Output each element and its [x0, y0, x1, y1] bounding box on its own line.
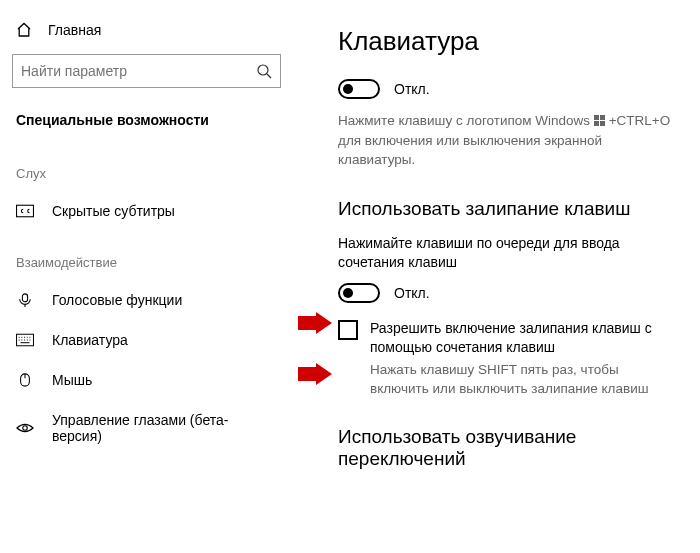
sidebar: Главная Специальные возможности Слух Скр…	[0, 0, 298, 553]
onscreen-keyboard-toggle[interactable]	[338, 79, 380, 99]
annotation-arrow-icon	[298, 363, 332, 385]
sticky-keys-shortcut-label: Разрешить включение залипания клавиш с п…	[370, 319, 680, 357]
home-icon	[16, 22, 32, 38]
group-interaction: Взаимодействие	[12, 231, 281, 280]
home-label: Главная	[48, 22, 101, 38]
svg-rect-6	[594, 115, 599, 120]
microphone-icon	[16, 293, 34, 307]
svg-point-0	[258, 65, 268, 75]
windows-logo-icon	[594, 115, 605, 126]
section-title: Специальные возможности	[12, 106, 281, 142]
svg-rect-9	[600, 121, 605, 126]
eye-icon	[16, 421, 34, 435]
sticky-keys-shortcut-sub: Нажать клавишу SHIFT пять раз, чтобы вкл…	[370, 361, 680, 399]
search-input[interactable]	[21, 63, 256, 79]
search-box[interactable]	[12, 54, 281, 88]
sticky-keys-shortcut-checkbox[interactable]	[338, 320, 358, 340]
svg-point-5	[23, 426, 28, 431]
cc-icon	[16, 204, 34, 218]
sidebar-item-eye-control[interactable]: Управление глазами (бета-версия)	[12, 400, 281, 456]
nav-label: Мышь	[52, 372, 92, 388]
svg-rect-2	[22, 294, 27, 302]
sticky-keys-desc: Нажимайте клавиши по очереди для ввода с…	[338, 234, 680, 273]
sidebar-item-keyboard[interactable]: Клавиатура	[12, 320, 281, 360]
sidebar-item-mouse[interactable]: Мышь	[12, 360, 281, 400]
svg-rect-8	[594, 121, 599, 126]
svg-marker-10	[298, 312, 332, 334]
svg-rect-1	[17, 205, 34, 217]
page-title: Клавиатура	[338, 26, 680, 57]
sidebar-item-voice[interactable]: Голосовые функции	[12, 280, 281, 320]
main-content: Клавиатура Откл. Нажмите клавишу с логот…	[298, 0, 700, 553]
home-link[interactable]: Главная	[12, 14, 281, 50]
toggle-state-label: Откл.	[394, 285, 430, 301]
search-icon	[256, 63, 272, 79]
nav-label: Клавиатура	[52, 332, 128, 348]
sticky-keys-heading: Использовать залипание клавиш	[338, 198, 680, 220]
keyboard-icon	[16, 333, 34, 347]
group-hearing: Слух	[12, 142, 281, 191]
nav-label: Скрытые субтитры	[52, 203, 175, 219]
nav-label: Голосовые функции	[52, 292, 182, 308]
svg-marker-11	[298, 363, 332, 385]
toggle-keys-heading: Использовать озвучивание переключений	[338, 426, 680, 470]
svg-rect-7	[600, 115, 605, 120]
sticky-keys-toggle[interactable]	[338, 283, 380, 303]
onscreen-keyboard-desc: Нажмите клавишу с логотипом Windows +CTR…	[338, 111, 680, 170]
nav-label: Управление глазами (бета-версия)	[52, 412, 277, 444]
annotation-arrow-icon	[298, 312, 332, 334]
sidebar-item-subtitles[interactable]: Скрытые субтитры	[12, 191, 281, 231]
mouse-icon	[16, 373, 34, 387]
toggle-state-label: Откл.	[394, 81, 430, 97]
